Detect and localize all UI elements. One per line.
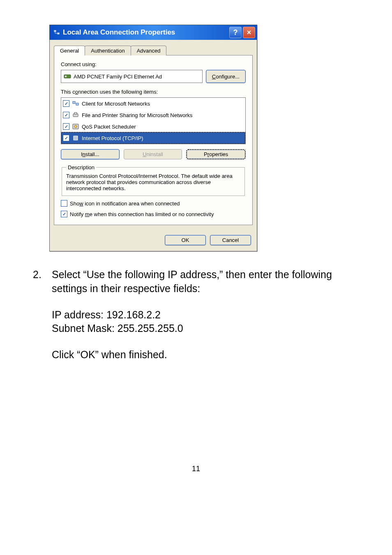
svg-rect-5 — [76, 103, 78, 105]
svg-rect-4 — [73, 101, 75, 104]
page-number: 11 — [33, 465, 359, 473]
checkbox-icon[interactable]: ✓ — [63, 100, 69, 107]
step-number: 2. — [33, 268, 52, 296]
tab-advanced[interactable]: Advanced — [131, 46, 167, 55]
list-item[interactable]: ✓ File and Printer Sharing for Microsoft… — [61, 109, 245, 121]
titlebar-text: Local Area Connection Properties — [63, 28, 175, 37]
client-icon — [72, 100, 79, 107]
checkbox-icon[interactable]: ✓ — [63, 112, 69, 118]
configure-button[interactable]: Configure... — [206, 70, 246, 83]
tab-panel-general: Connect using: AMD PCNET Family PCI Ethe… — [54, 55, 253, 225]
notify-label: Notify me when this connection has limit… — [70, 211, 214, 217]
checkbox-unchecked-icon[interactable]: ✓ — [61, 200, 67, 207]
tab-general[interactable]: General — [54, 46, 85, 55]
checkbox-icon[interactable]: ✓ — [63, 135, 69, 141]
notify-row[interactable]: ✓ Notify me when this connection has lim… — [61, 211, 246, 217]
sharing-icon — [72, 111, 79, 119]
uninstall-button: Uninstall — [124, 149, 182, 159]
checkbox-icon[interactable]: ✓ — [63, 123, 69, 130]
protocol-icon — [72, 134, 79, 142]
svg-rect-0 — [54, 30, 56, 32]
properties-button[interactable]: Properties — [186, 149, 246, 159]
network-icon — [53, 29, 60, 36]
close-button[interactable]: × — [243, 27, 255, 38]
help-button[interactable]: ? — [229, 27, 242, 38]
items-label: This connection uses the following items… — [61, 89, 246, 95]
click-ok-line: Click “OK” when finished. — [52, 348, 359, 362]
dialog-body: General Authentication Advanced Connect … — [50, 40, 257, 229]
show-icon-row[interactable]: ✓ Show icon in notification area when co… — [61, 200, 246, 207]
dialog-footer: OK Cancel — [50, 229, 257, 251]
ok-button[interactable]: OK — [165, 235, 206, 245]
qos-icon — [72, 123, 79, 130]
adapter-field: AMD PCNET Family PCI Ethernet Ad — [61, 70, 203, 83]
list-item-label: File and Printer Sharing for Microsoft N… — [82, 112, 192, 118]
mask-line: Subnet Mask: 255.255.255.0 — [52, 322, 359, 336]
settings-block: IP address: 192.168.2.2 Subnet Mask: 255… — [52, 308, 359, 336]
cancel-button[interactable]: Cancel — [210, 235, 251, 245]
svg-rect-7 — [74, 113, 77, 114]
items-listbox[interactable]: ✓ Client for Microsoft Networks ✓ File a… — [61, 97, 246, 144]
list-item-label: QoS Packet Scheduler — [82, 124, 136, 130]
description-legend: Description — [66, 164, 96, 170]
list-item-label: Internet Protocol (TCP/IP) — [82, 135, 143, 141]
description-group: Description Transmission Control Protoco… — [62, 164, 245, 196]
list-item[interactable]: ✓ Client for Microsoft Networks — [61, 98, 245, 109]
install-button[interactable]: Install... — [61, 149, 120, 159]
svg-rect-3 — [65, 76, 67, 77]
connect-using-label: Connect using: — [61, 61, 246, 67]
titlebar: Local Area Connection Properties ? × — [50, 25, 257, 40]
list-item-tcpip[interactable]: ✓ Internet Protocol (TCP/IP) — [61, 132, 245, 144]
step-row: 2. Select “Use the following IP address,… — [33, 268, 359, 296]
show-icon-label: Show icon in notification area when conn… — [70, 200, 180, 207]
list-item-label: Client for Microsoft Networks — [82, 101, 150, 107]
adapter-icon — [64, 73, 71, 80]
list-item[interactable]: ✓ QoS Packet Scheduler — [61, 121, 245, 132]
ip-line: IP address: 192.168.2.2 — [52, 308, 359, 322]
xp-dialog-window: Local Area Connection Properties ? × Gen… — [49, 25, 257, 251]
checkbox-checked-icon[interactable]: ✓ — [61, 211, 67, 217]
tabstrip: General Authentication Advanced — [54, 46, 253, 55]
adapter-name: AMD PCNET Family PCI Ethernet Ad — [74, 74, 162, 80]
tab-authentication[interactable]: Authentication — [85, 46, 131, 55]
step-text: Select “Use the following IP address,” t… — [52, 268, 359, 296]
description-text: Transmission Control Protocol/Internet P… — [66, 173, 240, 191]
svg-point-9 — [74, 125, 77, 128]
